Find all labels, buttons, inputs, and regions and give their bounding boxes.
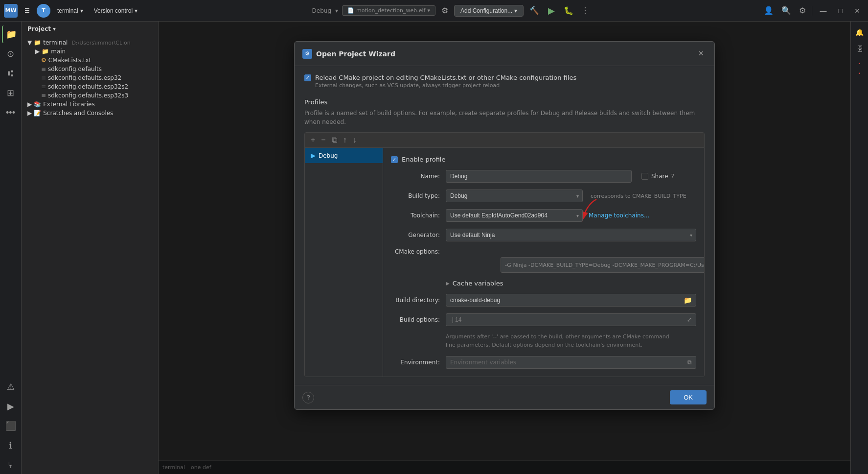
reload-cmake-checkbox[interactable]: [304, 74, 311, 81]
name-input[interactable]: [446, 170, 632, 183]
profiles-section: Profiles Profile is a named set of build…: [304, 98, 705, 377]
reload-cmake-subtext: External changes, such as VCS update, al…: [315, 82, 576, 89]
collapse-arrow-icon: ▼: [27, 39, 32, 46]
sidebar-branch-button[interactable]: ⑆: [2, 65, 20, 82]
dropdown-arrow-debug: ▾: [335, 7, 338, 14]
dialog-help-button[interactable]: ?: [302, 392, 314, 403]
tree-item-external-libs[interactable]: ▶ 📚 External Libraries: [22, 100, 158, 109]
sdk-defaults-label: sdkconfig.defaults: [48, 66, 102, 72]
toolchain-dropdown-wrap: Use default EspIdfAutoGend02ad904 ▾: [446, 209, 583, 222]
toolchain-select[interactable]: Use default EspIdfAutoGend02ad904: [446, 209, 583, 222]
move-up-button[interactable]: ↑: [341, 135, 349, 145]
cmake-options-form-row: CMake options: All CMake options ↗ -G Ni…: [391, 248, 696, 273]
sdkconfig-icon3: ≡: [41, 83, 46, 90]
sidebar-more-button[interactable]: •••: [2, 104, 20, 121]
build-directory-input-wrap: 📁: [446, 294, 696, 307]
search-button[interactable]: 🔍: [779, 4, 793, 17]
settings-toolbar-button[interactable]: ⚙: [439, 4, 450, 17]
remove-profile-button[interactable]: −: [319, 135, 327, 145]
add-configuration-button[interactable]: Add Configuration... ▾: [454, 5, 524, 17]
build-toolbar-icon[interactable]: 🔨: [527, 4, 541, 17]
build-directory-form-row: Build directory: 📁: [391, 294, 696, 307]
cache-variables-toggle[interactable]: ▶ Cache variables: [446, 280, 503, 287]
settings-button[interactable]: ⚙: [797, 4, 808, 17]
tree-item-main[interactable]: ▶ 📁 main: [22, 47, 158, 56]
dialog-ok-button[interactable]: OK: [670, 390, 707, 404]
sidebar-git-button[interactable]: ⑂: [2, 456, 20, 474]
move-down-button[interactable]: ↓: [351, 135, 359, 145]
ext-libs-icon: 📚: [34, 101, 41, 108]
add-profile-button[interactable]: +: [309, 135, 317, 145]
dialog-footer: ? OK: [295, 385, 714, 409]
tree-item-sdkconfig-esp32s2[interactable]: ≡ sdkconfig.defaults.esp32s2: [22, 82, 158, 91]
cmake-file-label: CMakeLists.txt: [48, 57, 91, 64]
build-args-hint: Arguments after '--' are passed to the b…: [446, 333, 696, 349]
sidebar-problems-button[interactable]: ⚠: [2, 378, 20, 396]
cmake-file-icon: ⚙: [41, 57, 46, 64]
profiles-split: ▶ Debug: [305, 148, 704, 377]
enable-profile-checkbox[interactable]: [391, 156, 398, 163]
enable-profile-row: Enable profile: [391, 156, 696, 163]
maximize-button[interactable]: □: [835, 5, 846, 17]
name-form-row: Name: Share ?: [391, 170, 696, 183]
dialog-body: Reload CMake project on editing CMakeLis…: [295, 66, 714, 385]
environment-placeholder: Environment variables: [446, 356, 684, 368]
build-options-input[interactable]: [446, 314, 683, 326]
build-options-expand-button[interactable]: ⤢: [683, 314, 696, 325]
share-checkbox[interactable]: [641, 173, 648, 180]
manage-toolchains-link[interactable]: Manage toolchains...: [589, 212, 649, 219]
dialog-close-button[interactable]: ×: [695, 47, 707, 60]
tree-item-terminal[interactable]: ▼ 📁 terminal D:\Users\immor\CLion: [22, 38, 158, 47]
profiles-title: Profiles: [304, 98, 705, 106]
sidebar-icons: 📁 ⊙ ⑆ ⊞ ••• ⚠ ▶ ⬛ ℹ ⑂: [0, 22, 22, 474]
version-control-label: Version control: [94, 7, 133, 14]
minimize-button[interactable]: —: [816, 5, 831, 17]
tree-item-scratches[interactable]: ▶ 📝 Scratches and Consoles: [22, 109, 158, 118]
sidebar-info-button[interactable]: ℹ: [2, 437, 20, 454]
user-icon-button[interactable]: 👤: [762, 4, 776, 17]
reload-cmake-label: Reload CMake project on editing CMakeLis…: [315, 74, 576, 81]
build-directory-browse-button[interactable]: 📁: [680, 294, 696, 306]
profile-debug-item[interactable]: ▶ Debug: [305, 148, 383, 163]
tree-item-sdkconfig-esp32s3[interactable]: ≡ sdkconfig.defaults.esp32s3: [22, 91, 158, 100]
more-actions-button[interactable]: ⋮: [579, 4, 591, 17]
reload-cmake-checkbox-row: Reload CMake project on editing CMakeLis…: [304, 74, 576, 81]
scratches-icon: 📝: [34, 110, 41, 117]
project-tree: ▼ 📁 terminal D:\Users\immor\CLion ▶ 📁 ma…: [22, 36, 158, 474]
tree-item-sdkconfig-esp32[interactable]: ≡ sdkconfig.defaults.esp32: [22, 73, 158, 82]
tab-file-name: 📄 motion_detection_web.elf ▾: [342, 5, 435, 16]
sdkconfig-icon1: ≡: [41, 66, 46, 72]
sidebar-extensions-button[interactable]: ⊞: [2, 84, 20, 102]
copy-profile-button[interactable]: ⧉: [330, 135, 339, 145]
right-database-button[interactable]: 🗄: [853, 42, 867, 56]
build-options-label: Build options:: [391, 316, 440, 323]
build-directory-input[interactable]: [446, 294, 680, 306]
build-type-label: Build type:: [391, 192, 440, 199]
version-control-button[interactable]: Version control ▾: [90, 5, 141, 16]
cmake-options-value: -G Ninja -DCMAKE_BUILD_TYPE=Debug -DCMAK…: [505, 262, 704, 268]
right-notifications-button[interactable]: 🔔: [853, 25, 867, 39]
build-type-select[interactable]: Debug Release RelWithDebInfo MinSizeRel: [446, 190, 583, 202]
environment-edit-button[interactable]: ⧉: [684, 357, 696, 368]
sdkconfig-icon2: ≡: [41, 74, 46, 81]
folder-icon: 📁: [42, 48, 49, 55]
terminal-dropdown-icon: ▾: [80, 7, 83, 14]
sidebar-run-button[interactable]: ▶: [2, 398, 20, 415]
terminal-path: D:\Users\immor\CLion: [71, 40, 130, 46]
close-button[interactable]: ✕: [850, 5, 864, 17]
run-button[interactable]: ▶: [545, 4, 558, 17]
terminal-button[interactable]: terminal ▾: [53, 5, 87, 16]
sidebar-commit-button[interactable]: ⊙: [2, 45, 20, 63]
profile-debug-icon: ▶: [311, 152, 316, 159]
tree-item-cmake[interactable]: ⚙ CMakeLists.txt: [22, 56, 158, 65]
generator-select[interactable]: Use default Ninja Use default Unix Makef…: [446, 229, 696, 241]
tree-item-sdkconfig-defaults[interactable]: ≡ sdkconfig.defaults: [22, 65, 158, 73]
top-bar: MW ☰ T terminal ▾ Version control ▾ Debu…: [0, 0, 868, 22]
environment-form-row: Environment: Environment variables ⧉: [391, 356, 696, 369]
build-options-form-row: Build options: ⤢: [391, 313, 696, 326]
debug-run-button[interactable]: 🐛: [562, 4, 575, 17]
hamburger-menu-button[interactable]: ☰: [21, 5, 34, 16]
sidebar-project-button[interactable]: 📁: [2, 25, 20, 43]
sidebar-terminal-button[interactable]: ⬛: [2, 417, 20, 435]
right-dots-indicator: ··: [858, 59, 861, 78]
